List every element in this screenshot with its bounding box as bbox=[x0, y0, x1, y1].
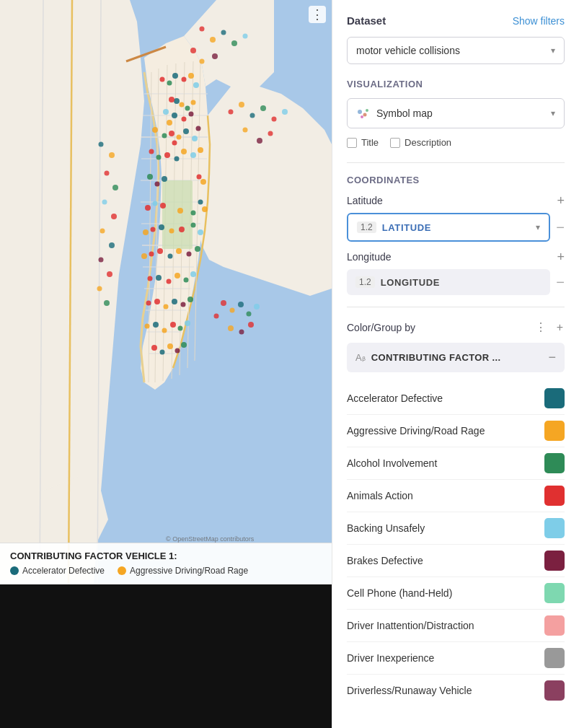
title-checkbox-item[interactable]: Title bbox=[347, 137, 379, 148]
svg-point-115 bbox=[239, 102, 244, 108]
contributing-factor-bar[interactable]: Aᵦ CONTRIBUTING FACTOR ... − bbox=[347, 343, 565, 372]
svg-point-60 bbox=[147, 174, 153, 180]
svg-point-79 bbox=[195, 246, 200, 252]
svg-point-113 bbox=[248, 322, 254, 328]
color-group-actions: ⋮ + bbox=[534, 319, 565, 336]
svg-point-118 bbox=[272, 117, 277, 122]
legend-list-item: Cell Phone (hand-Held) bbox=[347, 577, 565, 610]
svg-point-58 bbox=[200, 179, 206, 185]
svg-point-69 bbox=[169, 229, 174, 234]
svg-point-87 bbox=[148, 276, 153, 281]
svg-point-112 bbox=[239, 330, 244, 335]
legend-color-swatch[interactable] bbox=[544, 388, 565, 408]
dataset-dropdown[interactable]: motor vehicle collisions ▾ bbox=[347, 37, 565, 64]
description-checkbox-item[interactable]: Description bbox=[390, 137, 451, 148]
svg-point-96 bbox=[170, 322, 176, 328]
svg-point-126 bbox=[112, 185, 118, 190]
svg-point-104 bbox=[181, 342, 187, 348]
description-checkbox[interactable] bbox=[390, 138, 400, 148]
svg-point-37 bbox=[172, 113, 177, 118]
color-group-add-button[interactable]: + bbox=[555, 320, 565, 336]
symbol-map-left: Symbol map bbox=[356, 106, 433, 120]
svg-point-131 bbox=[99, 258, 104, 263]
svg-point-122 bbox=[268, 131, 273, 136]
title-checkbox-label: Title bbox=[361, 137, 379, 148]
map-legend-title: CONTRIBUTING FACTOR VEHICLE 1: bbox=[10, 551, 322, 561]
map-legend-items: Accelerator Defective Aggressive Driving… bbox=[10, 566, 322, 576]
svg-point-61 bbox=[160, 203, 166, 209]
svg-point-91 bbox=[181, 302, 186, 307]
divider-1 bbox=[347, 162, 565, 163]
map-more-button[interactable]: ⋮ bbox=[309, 6, 326, 23]
svg-point-52 bbox=[156, 155, 162, 160]
legend-color-swatch[interactable] bbox=[544, 518, 565, 538]
legend-list-label: Alcohol Involvement bbox=[347, 457, 437, 469]
svg-point-67 bbox=[177, 208, 183, 214]
svg-point-108 bbox=[247, 312, 252, 317]
svg-point-106 bbox=[230, 308, 235, 313]
svg-point-38 bbox=[182, 117, 187, 122]
map-panel: © OpenStreetMap contributors ⋮ CONTRIBUT… bbox=[0, 0, 332, 728]
legend-list-label: Aggressive Driving/Road Rage bbox=[347, 425, 485, 437]
svg-point-152 bbox=[366, 109, 368, 112]
latitude-remove-button[interactable]: − bbox=[556, 220, 565, 234]
black-bar bbox=[0, 584, 332, 728]
legend-color-swatch[interactable] bbox=[544, 680, 565, 701]
svg-point-42 bbox=[177, 135, 182, 140]
svg-point-135 bbox=[200, 27, 205, 32]
latitude-dropdown[interactable]: 1.2 LATITUDE ▾ bbox=[347, 213, 550, 242]
visualization-value: Symbol map bbox=[376, 108, 433, 119]
svg-point-138 bbox=[231, 40, 237, 46]
svg-point-145 bbox=[188, 73, 194, 79]
svg-point-63 bbox=[202, 206, 208, 212]
latitude-add-button[interactable]: + bbox=[557, 194, 565, 207]
title-checkbox[interactable] bbox=[347, 138, 357, 148]
legend-list-item: Driver Inexperience bbox=[347, 642, 565, 675]
visualization-dropdown[interactable]: Symbol map ▾ bbox=[347, 98, 565, 128]
latitude-label: Latitude bbox=[347, 195, 383, 206]
show-filters-button[interactable]: Show filters bbox=[513, 15, 565, 27]
svg-point-97 bbox=[178, 326, 183, 331]
svg-point-110 bbox=[214, 314, 219, 319]
legend-color-swatch[interactable] bbox=[544, 551, 565, 571]
svg-point-53 bbox=[190, 152, 196, 158]
description-checkbox-label: Description bbox=[405, 137, 451, 148]
svg-point-80 bbox=[149, 252, 154, 257]
legend-color-swatch[interactable] bbox=[544, 421, 565, 441]
legend-color-swatch[interactable] bbox=[544, 615, 565, 636]
svg-point-136 bbox=[210, 37, 216, 43]
svg-point-57 bbox=[197, 175, 202, 180]
longitude-field[interactable]: 1.2 LONGITUDE bbox=[347, 269, 550, 295]
svg-point-133 bbox=[97, 286, 102, 291]
svg-point-41 bbox=[169, 131, 174, 136]
longitude-remove-button[interactable]: − bbox=[556, 275, 565, 289]
legend-list-label: Cell Phone (hand-Held) bbox=[347, 587, 452, 599]
legend-list-item: Backing Unsafely bbox=[347, 512, 565, 545]
svg-point-44 bbox=[162, 133, 167, 139]
legend-list-label: Driver Inattention/Distraction bbox=[347, 620, 474, 631]
svg-point-84 bbox=[174, 273, 180, 279]
legend-color-swatch[interactable] bbox=[544, 648, 565, 668]
legend-list-label: Brakes Defective bbox=[347, 555, 423, 566]
svg-point-81 bbox=[141, 253, 147, 259]
color-group-more-button[interactable]: ⋮ bbox=[534, 319, 548, 336]
legend-color-swatch[interactable] bbox=[544, 583, 565, 603]
svg-point-70 bbox=[179, 227, 185, 232]
svg-point-66 bbox=[191, 211, 196, 216]
latitude-row: Latitude + bbox=[347, 194, 565, 207]
contributing-factor-text: CONTRIBUTING FACTOR ... bbox=[371, 352, 501, 363]
longitude-add-button[interactable]: + bbox=[557, 250, 565, 263]
svg-point-114 bbox=[229, 110, 234, 115]
map-container[interactable]: © OpenStreetMap contributors ⋮ CONTRIBUT… bbox=[0, 0, 332, 584]
visualization-section-label: Visualization bbox=[347, 79, 565, 89]
dataset-value: motor vehicle collisions bbox=[356, 45, 460, 56]
divider-2 bbox=[347, 307, 565, 307]
svg-point-68 bbox=[159, 224, 164, 230]
contributing-factor-remove-button[interactable]: − bbox=[548, 350, 556, 365]
svg-point-71 bbox=[191, 223, 196, 228]
legend-list-label: Animals Action bbox=[347, 490, 413, 501]
legend-list-item: Animals Action bbox=[347, 480, 565, 512]
svg-point-119 bbox=[282, 109, 288, 115]
legend-color-swatch[interactable] bbox=[544, 453, 565, 473]
legend-color-swatch[interactable] bbox=[544, 486, 565, 506]
